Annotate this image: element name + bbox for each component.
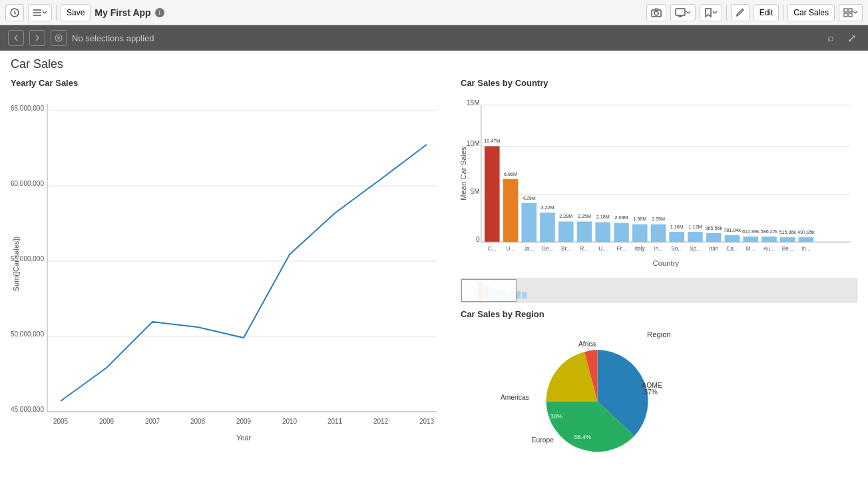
- sheet-label-btn[interactable]: Car Sales: [787, 4, 835, 21]
- no-selections-text: No selections applied: [72, 33, 818, 43]
- svg-text:965.56k: 965.56k: [705, 225, 722, 231]
- svg-text:10M: 10M: [467, 140, 480, 147]
- svg-text:2006: 2006: [99, 418, 114, 425]
- page-title: Car Sales: [11, 57, 857, 71]
- bar-Br: [558, 222, 574, 242]
- expand-icon[interactable]: ⤢: [843, 31, 860, 46]
- bar-In2: [799, 237, 814, 242]
- svg-text:U...: U...: [507, 246, 515, 252]
- toolbar-right: Edit Car Sales: [646, 4, 863, 21]
- svg-text:2.28M: 2.28M: [559, 213, 572, 219]
- bar-chart-svg: 15M 10M 5M 0 Mean Car Sales: [461, 91, 857, 277]
- bar-Iran: [706, 233, 722, 242]
- svg-text:Ja...: Ja...: [524, 246, 535, 252]
- svg-text:45,000,000: 45,000,000: [11, 406, 44, 413]
- svg-text:Americas: Americas: [501, 394, 529, 401]
- grid-btn[interactable]: [839, 4, 863, 21]
- svg-text:10.47M: 10.47M: [484, 138, 500, 144]
- svg-text:2010: 2010: [282, 418, 298, 425]
- pie-chart-container[interactable]: Region: [461, 324, 857, 471]
- svg-text:37%: 37%: [644, 388, 658, 396]
- save-button[interactable]: Save: [61, 4, 91, 21]
- svg-text:60,000,000: 60,000,000: [11, 180, 44, 187]
- left-panel: Yearly Car Sales 65,000,000 60,000,000 5…: [11, 78, 450, 471]
- svg-text:6.86M: 6.86M: [504, 171, 517, 177]
- svg-text:1.95M: 1.95M: [652, 216, 665, 222]
- svg-rect-6: [676, 9, 685, 15]
- sel-back-icon[interactable]: [8, 30, 24, 46]
- yearly-chart-title: Yearly Car Sales: [11, 78, 450, 88]
- app-title: My First App: [95, 7, 150, 18]
- svg-line-102: [587, 348, 590, 351]
- svg-text:497.95k: 497.95k: [797, 229, 815, 235]
- svg-text:Ca...: Ca...: [726, 246, 738, 252]
- bar-So: [669, 232, 684, 242]
- bar-chart-title: Car Sales by Country: [461, 78, 857, 88]
- monitor-btn[interactable]: [670, 4, 696, 21]
- svg-rect-10: [849, 9, 852, 12]
- svg-text:781.04k: 781.04k: [724, 227, 741, 233]
- toolbar: Save My First App i Edit Car Sales: [0, 0, 868, 25]
- camera-btn[interactable]: [646, 4, 666, 21]
- svg-text:15M: 15M: [467, 99, 480, 107]
- bar-U1: [503, 179, 519, 242]
- toolbar-divider-1: [56, 5, 57, 21]
- svg-text:38%: 38%: [550, 413, 562, 420]
- svg-text:Iran: Iran: [709, 246, 719, 252]
- svg-text:5M: 5M: [471, 188, 480, 195]
- svg-text:2011: 2011: [327, 418, 343, 425]
- svg-text:38.4%: 38.4%: [533, 444, 552, 452]
- svg-text:So...: So...: [671, 246, 682, 252]
- bar-Ge: [540, 213, 555, 242]
- bar-Sp: [688, 232, 703, 242]
- bar-chart-container[interactable]: 15M 10M 5M 0 Mean Car Sales: [461, 91, 857, 277]
- svg-text:M...: M...: [746, 246, 756, 252]
- yearly-chart-container[interactable]: 65,000,000 60,000,000 55,000,000 50,000,…: [11, 91, 450, 464]
- bar-Au: [761, 237, 777, 242]
- bar-M: [743, 237, 758, 242]
- svg-text:611.99k: 611.99k: [742, 229, 760, 235]
- bookmark-btn[interactable]: [700, 4, 722, 21]
- back-forward-btn[interactable]: [5, 4, 24, 21]
- list-btn[interactable]: [28, 4, 52, 21]
- bar-U2: [595, 223, 610, 242]
- info-icon[interactable]: i: [155, 8, 164, 17]
- sel-clear-icon[interactable]: [51, 30, 67, 46]
- svg-text:586.27k: 586.27k: [761, 229, 778, 235]
- sel-forward-icon[interactable]: [29, 30, 45, 46]
- svg-text:2007: 2007: [145, 418, 160, 425]
- svg-text:In...: In...: [801, 246, 811, 252]
- svg-text:Fr...: Fr...: [616, 246, 626, 252]
- pencil-btn[interactable]: [731, 4, 750, 21]
- svg-text:38.4%: 38.4%: [574, 434, 591, 440]
- minimap-svg: [461, 279, 857, 302]
- svg-text:Year: Year: [236, 434, 252, 442]
- bar-R: [577, 222, 592, 242]
- svg-text:Sum([Car sales]): Sum([Car sales]): [12, 237, 20, 292]
- svg-text:Br...: Br...: [561, 246, 571, 252]
- search-icon[interactable]: ⌕: [823, 31, 838, 45]
- svg-point-5: [654, 11, 658, 15]
- svg-text:Be...: Be...: [782, 246, 793, 252]
- minimap-selection: [461, 279, 517, 302]
- svg-text:65,000,000: 65,000,000: [11, 105, 44, 112]
- svg-text:2005: 2005: [53, 418, 69, 425]
- svg-text:2008: 2008: [190, 418, 206, 425]
- minimap-bar[interactable]: [461, 278, 857, 302]
- svg-text:1.16M: 1.16M: [670, 224, 684, 230]
- svg-text:Sp...: Sp...: [690, 246, 701, 252]
- svg-rect-92: [522, 292, 527, 298]
- edit-button[interactable]: Edit: [754, 4, 779, 21]
- charts-layout: Yearly Car Sales 65,000,000 60,000,000 5…: [11, 78, 857, 471]
- toolbar-divider-3: [783, 5, 783, 21]
- bar-Fr: [614, 223, 629, 242]
- svg-text:C...: C...: [488, 246, 497, 252]
- svg-rect-12: [849, 13, 852, 17]
- right-panel: Car Sales by Country 15M 10M 5M 0 Mean C…: [461, 78, 857, 471]
- svg-text:Country: Country: [652, 259, 679, 267]
- svg-text:2.09M: 2.09M: [614, 215, 628, 221]
- sel-right-icons: ⌕ ⤢: [823, 31, 860, 46]
- svg-text:515.06k: 515.06k: [779, 229, 796, 235]
- bar-In1: [651, 225, 666, 242]
- svg-text:Region: Region: [647, 330, 671, 338]
